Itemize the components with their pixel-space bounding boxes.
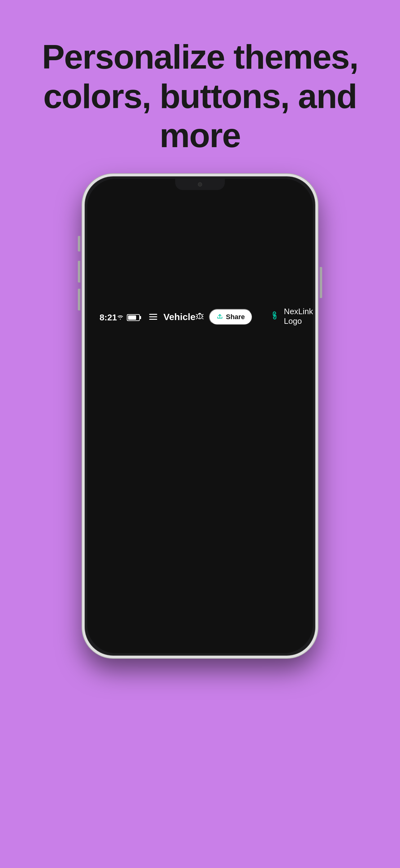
share-label: Share	[226, 313, 245, 321]
nexlink-left: NexLink Logo	[271, 307, 313, 326]
silent-switch	[78, 236, 80, 251]
status-icons	[117, 314, 140, 321]
menu-button[interactable]	[149, 314, 157, 320]
page-title: Vehicle	[163, 312, 195, 322]
front-camera	[198, 182, 202, 187]
nexlink-label: NexLink Logo	[284, 307, 313, 326]
app-header: Vehicle	[140, 306, 262, 330]
svg-line-5	[196, 318, 197, 319]
nexlink-row: NexLink Logo	[262, 304, 313, 332]
status-time: 8:21	[100, 313, 117, 322]
phone-shell: 8:21	[82, 174, 318, 658]
svg-line-6	[202, 318, 203, 319]
hero-section: Personalize themes, colors, buttons, and…	[0, 0, 400, 174]
notch	[175, 179, 225, 190]
volume-up-button	[78, 261, 80, 282]
phone-screen: 8:21	[87, 179, 313, 653]
header-left: Vehicle	[149, 312, 195, 322]
volume-down-button	[78, 289, 80, 310]
svg-line-1	[196, 314, 197, 315]
wifi-icon	[117, 314, 124, 321]
svg-line-2	[202, 314, 203, 315]
battery-icon	[127, 314, 140, 321]
power-button	[320, 267, 322, 298]
link-icon	[268, 309, 282, 323]
hero-title: Personalize themes, colors, buttons, and…	[25, 37, 375, 155]
share-button[interactable]: Share	[209, 309, 252, 325]
phone-mockup: 8:21	[82, 174, 318, 658]
bug-icon[interactable]	[195, 311, 204, 322]
share-icon	[216, 313, 223, 321]
header-right: Share	[195, 309, 252, 325]
status-bar: 8:21	[87, 179, 313, 454]
